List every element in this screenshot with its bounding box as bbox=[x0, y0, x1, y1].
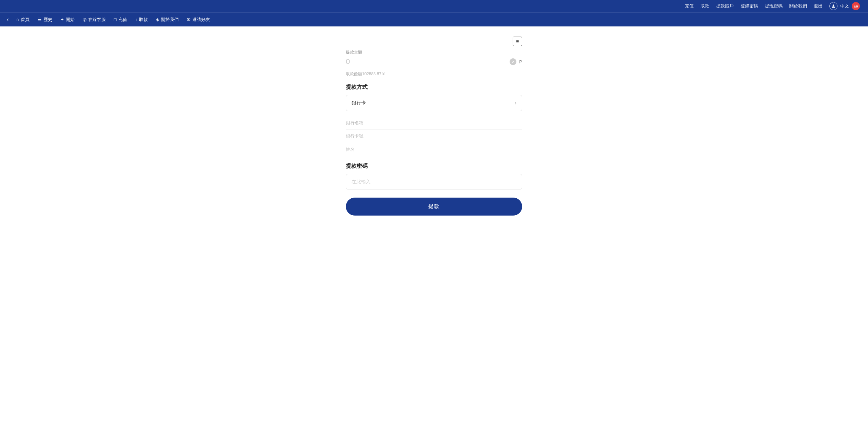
nav-invite-label: 邀請好友 bbox=[192, 17, 210, 23]
clear-icon[interactable]: ✕ bbox=[510, 58, 516, 65]
balance-hint: 取款餘額102888.87￥ bbox=[346, 71, 522, 77]
nav-support-label: 在線客服 bbox=[88, 17, 106, 23]
password-input-wrapper[interactable] bbox=[346, 174, 522, 189]
top-recharge[interactable]: 充值 bbox=[685, 3, 694, 9]
bank-name-field: 銀行名稱 bbox=[346, 117, 522, 130]
invite-icon: ✉ bbox=[187, 17, 191, 22]
top-withdraw-password[interactable]: 提現密碼 bbox=[765, 3, 783, 9]
nav-about[interactable]: ◈ 關於我們 bbox=[153, 15, 182, 25]
amount-input-row: ✕ P bbox=[346, 57, 522, 69]
language-label[interactable]: 中文 bbox=[840, 3, 849, 9]
about-icon: ◈ bbox=[156, 17, 159, 22]
user-icon-area: 中文 Ea bbox=[829, 2, 860, 10]
svg-point-0 bbox=[833, 4, 834, 6]
nav-home[interactable]: ⌂ 首頁 bbox=[13, 15, 33, 25]
history-icon: ☰ bbox=[38, 17, 42, 22]
currency-label: P bbox=[519, 59, 522, 64]
bank-info-section: 銀行名稱 銀行卡號 姓名 bbox=[346, 117, 522, 156]
nav-withdraw[interactable]: ↑ 取款 bbox=[132, 15, 152, 25]
nav-bar: ‹ ⌂ 首頁 ☰ 歷史 ✦ 開始 ◎ 在線客服 □ 充值 ↑ 取款 ◈ 關於我們… bbox=[0, 12, 868, 26]
nav-home-label: 首頁 bbox=[21, 17, 29, 23]
nav-history-label: 歷史 bbox=[43, 17, 52, 23]
top-header: 充值 取款 提款賬戶 登錄密碼 提現密碼 關於我們 退出 中文 Ea bbox=[0, 0, 868, 12]
nav-start-label: 開始 bbox=[66, 17, 75, 23]
withdraw-form: ≡ 提款全額 ✕ P 取款餘額102888.87￥ 提款方式 銀行卡 › 銀行名… bbox=[346, 33, 522, 410]
nav-support[interactable]: ◎ 在線客服 bbox=[79, 15, 109, 25]
nav-history[interactable]: ☰ 歷史 bbox=[34, 15, 56, 25]
nav-recharge-label: 充值 bbox=[118, 17, 127, 23]
top-login-password[interactable]: 登錄密碼 bbox=[741, 3, 758, 9]
chevron-right-icon: › bbox=[515, 100, 516, 106]
account-name-field: 姓名 bbox=[346, 143, 522, 156]
amount-input[interactable] bbox=[346, 57, 510, 66]
nav-withdraw-label: 取款 bbox=[139, 17, 148, 23]
password-section-title: 提款密碼 bbox=[346, 163, 522, 170]
bank-card-field: 銀行卡號 bbox=[346, 130, 522, 143]
top-logout[interactable]: 退出 bbox=[814, 3, 823, 9]
home-icon: ⌂ bbox=[16, 17, 19, 22]
user-avatar-icon[interactable] bbox=[829, 2, 837, 10]
method-label: 銀行卡 bbox=[352, 100, 366, 106]
nav-recharge[interactable]: □ 充值 bbox=[111, 15, 131, 25]
nav-about-label: 關於我們 bbox=[161, 17, 179, 23]
back-button[interactable]: ‹ bbox=[7, 16, 9, 23]
withdraw-icon: ↑ bbox=[135, 17, 138, 22]
recharge-icon: □ bbox=[114, 17, 117, 22]
amount-label: 提款全額 bbox=[346, 49, 522, 55]
submit-button[interactable]: 提款 bbox=[346, 198, 522, 216]
lang-badge[interactable]: Ea bbox=[852, 2, 860, 10]
top-about-us[interactable]: 關於我們 bbox=[789, 3, 807, 9]
nav-invite[interactable]: ✉ 邀請好友 bbox=[183, 15, 213, 25]
method-selector[interactable]: 銀行卡 › bbox=[346, 95, 522, 111]
main-content: ≡ 提款全額 ✕ P 取款餘額102888.87￥ 提款方式 銀行卡 › 銀行名… bbox=[0, 26, 868, 424]
info-icon-row: ≡ bbox=[346, 37, 522, 46]
nav-start[interactable]: ✦ 開始 bbox=[57, 15, 78, 25]
start-icon: ✦ bbox=[60, 17, 64, 22]
amount-actions: ✕ P bbox=[510, 58, 522, 65]
password-input[interactable] bbox=[352, 179, 516, 184]
method-section-title: 提款方式 bbox=[346, 84, 522, 91]
top-withdraw-account[interactable]: 提款賬戶 bbox=[716, 3, 734, 9]
support-icon: ◎ bbox=[83, 17, 86, 22]
top-withdraw[interactable]: 取款 bbox=[701, 3, 709, 9]
info-icon[interactable]: ≡ bbox=[513, 37, 522, 46]
